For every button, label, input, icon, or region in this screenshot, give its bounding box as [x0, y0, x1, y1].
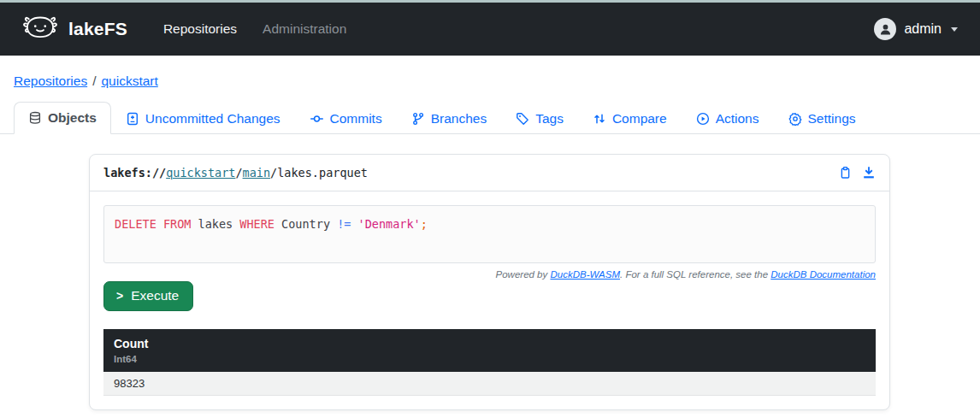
- user-menu[interactable]: admin: [874, 18, 958, 40]
- execute-button[interactable]: > Execute: [103, 281, 193, 311]
- nav-item-repositories[interactable]: Repositories: [163, 21, 237, 37]
- duckdb-attribution: Powered by DuckDB-WASM. For a full SQL r…: [103, 269, 876, 280]
- download-icon[interactable]: [862, 166, 876, 180]
- nav-item-administration[interactable]: Administration: [263, 21, 346, 37]
- sql-editor[interactable]: DELETE FROM lakes WHERE Country != 'Denm…: [103, 205, 876, 263]
- tab-label: Actions: [716, 111, 759, 127]
- attribution-text: . For a full SQL reference, see the: [620, 269, 770, 280]
- breadcrumb-repositories[interactable]: Repositories: [14, 74, 87, 88]
- tag-icon: [516, 112, 529, 126]
- axolotl-icon: [21, 12, 60, 46]
- duckdb-docs-link[interactable]: DuckDB Documentation: [770, 269, 876, 280]
- tab-branches[interactable]: Branches: [397, 103, 501, 134]
- main-nav: Repositories Administration: [163, 21, 346, 37]
- execute-label: Execute: [131, 288, 179, 303]
- sql-token: lakes: [198, 217, 240, 231]
- object-actions: [839, 166, 876, 180]
- sql-token: !=: [337, 217, 357, 231]
- table-row: 98323: [103, 372, 876, 396]
- sql-token: ;: [421, 217, 428, 231]
- compare-icon: [593, 112, 606, 126]
- sql-token: DELETE: [115, 217, 163, 231]
- commit-icon: [310, 112, 324, 126]
- path-filename: lakes.parquet: [277, 166, 368, 180]
- brand-name: lakeFS: [68, 19, 127, 39]
- tab-objects[interactable]: Objects: [14, 102, 111, 134]
- path-separator: /: [235, 166, 242, 180]
- path-branch-link[interactable]: main: [243, 166, 271, 180]
- play-circle-icon: [696, 112, 710, 126]
- breadcrumb-separator: /: [92, 74, 96, 88]
- path-repo-link[interactable]: quickstart: [166, 166, 235, 180]
- sql-token: 'Denmark': [358, 217, 421, 231]
- sql-token: Country: [281, 217, 337, 231]
- column-name: Count: [114, 337, 865, 350]
- user-avatar: [874, 18, 896, 40]
- user-name: admin: [904, 21, 942, 37]
- tab-label: Objects: [48, 110, 97, 126]
- path-separator: /: [270, 166, 277, 180]
- result-column-header: Count Int64: [103, 329, 876, 372]
- object-path-bar: lakefs:// quickstart / main / lakes.parq…: [90, 155, 889, 191]
- query-result-table: Count Int64 98323: [103, 329, 876, 396]
- git-branch-icon: [411, 112, 425, 126]
- database-icon: [28, 111, 42, 125]
- tab-settings[interactable]: Settings: [774, 103, 871, 134]
- tab-commits[interactable]: Commits: [295, 103, 397, 134]
- tab-label: Tags: [535, 111, 564, 127]
- breadcrumb-quickstart[interactable]: quickstart: [101, 74, 157, 88]
- breadcrumb: Repositories/quickstart: [0, 56, 980, 89]
- chevron-right-icon: >: [116, 289, 123, 303]
- column-type: Int64: [114, 354, 865, 364]
- file-diff-icon: [126, 112, 139, 126]
- tab-label: Branches: [431, 111, 487, 127]
- tab-label: Uncommitted Changes: [145, 111, 280, 127]
- tab-label: Commits: [330, 111, 382, 127]
- object-viewer-body: DELETE FROM lakes WHERE Country != 'Denm…: [90, 191, 889, 409]
- tab-tags[interactable]: Tags: [501, 103, 578, 134]
- duckdb-wasm-link[interactable]: DuckDB-WASM: [550, 269, 620, 280]
- lakefs-logo[interactable]: lakeFS: [21, 12, 127, 46]
- attribution-text: Powered by: [496, 269, 551, 280]
- copy-icon[interactable]: [839, 166, 852, 180]
- object-viewer-card: lakefs:// quickstart / main / lakes.parq…: [89, 154, 890, 410]
- navbar: lakeFS Repositories Administration admin: [0, 3, 980, 56]
- tab-compare[interactable]: Compare: [578, 103, 682, 134]
- chevron-down-icon: [951, 27, 958, 32]
- tab-label: Compare: [612, 111, 667, 127]
- repository-tabs: Objects Uncommitted Changes Commits: [0, 102, 980, 134]
- tab-uncommitted-changes[interactable]: Uncommitted Changes: [111, 103, 295, 134]
- path-scheme: lakefs://: [103, 166, 166, 180]
- gear-icon: [788, 112, 802, 126]
- tab-actions[interactable]: Actions: [682, 103, 774, 134]
- tab-label: Settings: [808, 111, 856, 127]
- result-cell: 98323: [103, 372, 876, 396]
- sql-token: WHERE: [239, 217, 281, 231]
- sql-token: FROM: [163, 217, 198, 231]
